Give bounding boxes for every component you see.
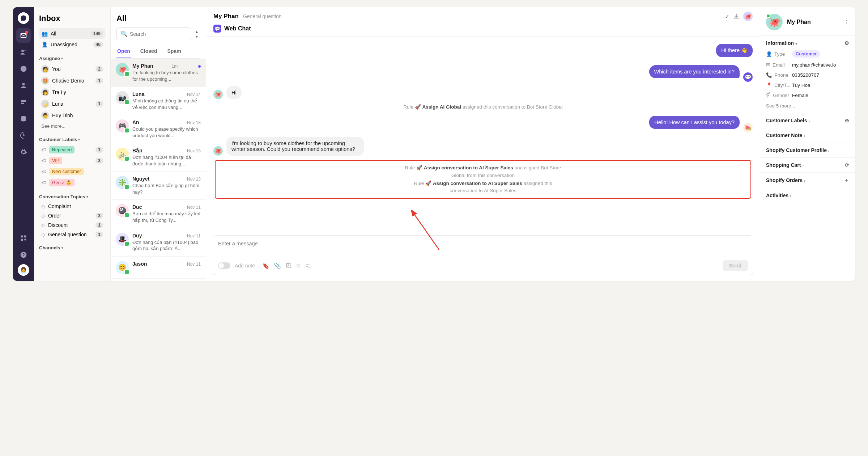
topic-row[interactable]: ◇Order 3 <box>39 211 105 220</box>
assignee-row[interactable]: 🤩Chative Demo 1 <box>39 75 105 86</box>
tab-spam[interactable]: Spam <box>166 45 182 58</box>
section-topics[interactable]: Conversation Topics <box>39 194 105 199</box>
label-row[interactable]: 🏷Gen Z 👶 <box>39 177 105 188</box>
assignee-row[interactable]: 👩Tra Ly <box>39 86 105 98</box>
label-row[interactable]: 🏷Repeated 1 <box>39 144 105 155</box>
conversation-item[interactable]: 🐙 My Phan1m I'm looking to buy some clot… <box>111 59 206 87</box>
rail-apps[interactable] <box>16 231 31 245</box>
count-badge: 3 <box>95 213 103 219</box>
conversation-item[interactable]: ❇️ NguyetNov 13 Chào bạn! Bạn cần giúp g… <box>111 172 206 200</box>
section-information[interactable]: Information▾ ⚙ <box>766 40 849 46</box>
online-dot-icon <box>766 14 770 18</box>
sort-button[interactable]: ▴▾ <box>193 28 200 40</box>
avatar-icon: 🧑 <box>41 65 49 73</box>
emoji-icon[interactable]: ☺ <box>295 262 301 269</box>
image-icon[interactable]: 🖼 <box>285 262 291 269</box>
conversation-item[interactable]: 🚲 BắpNov 13 Đơn hàng #1004 hiện tại đã đ… <box>111 143 206 172</box>
rail-contacts[interactable] <box>16 45 31 59</box>
section-customer-note[interactable]: Customer Note› <box>766 132 849 138</box>
app-logo[interactable] <box>18 12 29 24</box>
note-toggle[interactable] <box>218 262 230 269</box>
conv-snippet: Đơn hàng #1004 hiện tại đã được thanh to… <box>132 154 201 167</box>
topic-row[interactable]: ◇Complaint <box>39 202 105 211</box>
sidebar-all[interactable]: 👥All 149 <box>39 28 105 39</box>
attach-icon[interactable]: 📎 <box>274 262 281 269</box>
label-chip: New customer <box>49 168 84 175</box>
refresh-icon[interactable]: ⟳ <box>845 162 849 168</box>
chat-pane: My Phan General question ✓ ⚠ 🐙 💬 Web Cha… <box>206 7 760 281</box>
system-line: Rule 🚀 Assign conversation to AI Super S… <box>400 180 566 195</box>
add-icon[interactable]: ⊕ <box>845 118 849 123</box>
svg-point-2 <box>25 50 26 51</box>
shopify-icon[interactable]: 🛍 <box>306 262 311 269</box>
section-channels[interactable]: Channels <box>39 245 105 250</box>
city-label: 📍 City/T... <box>766 82 788 88</box>
topic-row[interactable]: ◇Discount 1 <box>39 220 105 230</box>
search-input[interactable] <box>130 31 187 37</box>
message-input[interactable] <box>218 241 748 257</box>
svg-rect-4 <box>21 100 26 102</box>
tab-closed[interactable]: Closed <box>140 45 158 58</box>
section-shopify-orders[interactable]: Shopify Orders›＋ <box>766 177 849 183</box>
warning-icon[interactable]: ⚠ <box>734 13 739 20</box>
section-labels[interactable]: Customer Labels <box>39 137 105 142</box>
rail-reports[interactable] <box>16 62 31 76</box>
rail-help[interactable]: ? <box>16 248 31 262</box>
section-shopping-cart[interactable]: Shopping Cart›⟳ <box>766 162 849 168</box>
topic-icon: ◇ <box>41 222 45 228</box>
assignee-row[interactable]: 👨Huy Dinh <box>39 110 105 121</box>
city-value: Tuy Hòa <box>792 83 810 88</box>
conversation-item[interactable]: 📷 LunaNov 14 Mình không có thông tin cụ … <box>111 87 206 115</box>
unread-dot-icon <box>198 65 201 68</box>
section-shopify-profile[interactable]: Shopify Customer Profile› <box>766 147 849 153</box>
conversation-item[interactable]: 🎩 DuyNov 11 Đơn hàng của bạn (#1004) bao… <box>111 228 206 257</box>
assignee-row[interactable]: 🌙Luna 1 <box>39 98 105 110</box>
assignee-row[interactable]: 🧑You 2 <box>39 63 105 75</box>
conversation-item[interactable]: 😊 JasonNov 11 <box>111 257 206 279</box>
plus-icon[interactable]: ＋ <box>844 177 849 183</box>
rail-inbox[interactable] <box>16 28 31 43</box>
channel-badge-icon <box>124 156 129 161</box>
resolve-icon[interactable]: ✓ <box>725 13 729 20</box>
label-row[interactable]: 🏷New customer <box>39 166 105 177</box>
section-customer-labels[interactable]: Customer Labels›⊕ <box>766 118 849 123</box>
tab-open[interactable]: Open <box>116 45 131 58</box>
see-more-info[interactable]: See 5 more... <box>766 103 849 109</box>
topic-row[interactable]: ◇General question 1 <box>39 230 105 239</box>
bot-avatar-icon[interactable]: 🐙 <box>743 12 753 21</box>
bookmark-icon[interactable]: 🔖 <box>262 262 269 269</box>
conv-avatar: 🎱 <box>116 204 129 217</box>
send-button[interactable]: Send <box>723 260 748 271</box>
count-badge: 1 <box>95 222 103 228</box>
rail-automation[interactable] <box>16 128 31 143</box>
section-assignee[interactable]: Assignee <box>39 56 105 61</box>
email-value: my.phan@chative.io <box>792 62 836 68</box>
section-activities[interactable]: Activities› <box>766 193 849 198</box>
conversation-list: All 🔍 ▴▾ Open Closed Spam 🐙 My Phan1m I'… <box>111 7 206 281</box>
tag-icon: 🏷 <box>41 158 46 164</box>
rail-live[interactable] <box>16 78 31 93</box>
rail-user-avatar[interactable]: 👩‍💼 <box>18 264 29 276</box>
conversation-item[interactable]: 🎮 AnNov 13 Could you please specify whic… <box>111 115 206 143</box>
search-input-wrap[interactable]: 🔍 <box>116 28 191 40</box>
count-badge: 149 <box>91 31 103 37</box>
rail-data[interactable] <box>16 111 31 126</box>
panel-menu-icon[interactable]: ⋮ <box>844 19 849 25</box>
gender-label: ⚥ Gender <box>766 92 788 98</box>
channel-badge-icon <box>124 128 129 133</box>
contact-avatar: 🐙 <box>766 14 783 30</box>
channel-badge-icon <box>124 269 129 275</box>
see-more-assignees[interactable]: See more... <box>39 121 105 131</box>
nav-rail: ? 👩‍💼 <box>13 7 34 281</box>
rail-settings[interactable] <box>16 145 31 159</box>
sidebar-unassigned[interactable]: 👤Unassigned 46 <box>39 39 105 50</box>
tag-icon: 🏷 <box>41 180 46 186</box>
conv-avatar: 🎩 <box>116 233 129 246</box>
channel-badge-icon <box>124 241 129 246</box>
conversation-item[interactable]: 🎱 DucNov 11 Bạn có thể tìm mua máy sấy k… <box>111 200 206 228</box>
rail-campaign[interactable] <box>16 95 31 109</box>
label-row[interactable]: 🏷VIP 3 <box>39 155 105 166</box>
topic-icon: ◇ <box>41 203 45 209</box>
gear-icon[interactable]: ⚙ <box>844 40 849 46</box>
count-badge: 3 <box>95 158 103 164</box>
